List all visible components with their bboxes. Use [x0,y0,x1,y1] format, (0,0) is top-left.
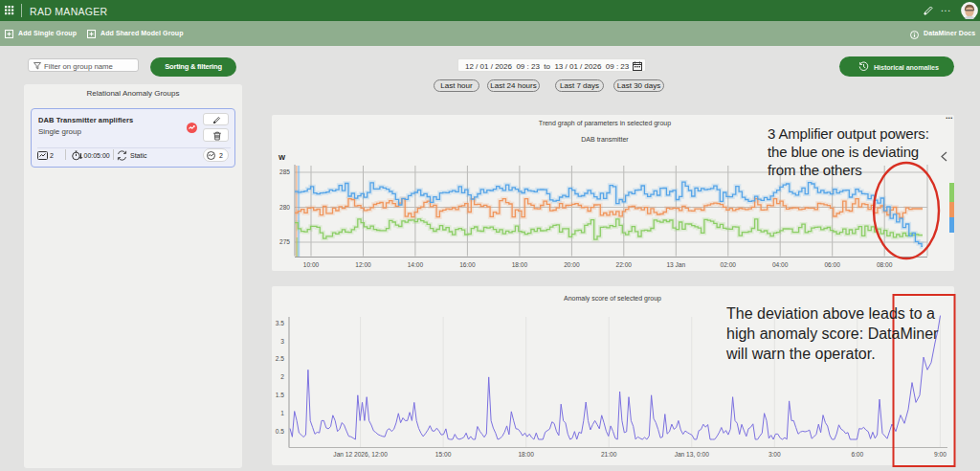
svg-text:04:00: 04:00 [772,261,789,268]
svg-text:1.5: 1.5 [276,392,284,398]
svg-text:2.5: 2.5 [276,355,284,362]
svg-text:1: 1 [280,410,284,416]
svg-text:...: ... [946,111,953,121]
svg-text:3.5: 3.5 [276,320,284,326]
svg-text:280: 280 [279,204,290,211]
svg-text:18:00: 18:00 [518,451,534,458]
svg-text:21:00: 21:00 [601,451,617,458]
svg-text:Trend graph of parameters in s: Trend graph of parameters in selected gr… [539,120,671,127]
svg-text:22:00: 22:00 [616,261,633,268]
svg-text:9:00: 9:00 [934,451,947,458]
svg-text:14:00: 14:00 [408,261,424,268]
svg-text:16:00: 16:00 [459,261,476,268]
svg-text:08:00: 08:00 [877,261,893,268]
svg-text:285: 285 [279,168,290,175]
svg-text:06:00: 06:00 [824,261,840,268]
svg-text:2: 2 [280,373,284,380]
svg-text:02:00: 02:00 [721,261,737,268]
svg-text:13 Jan: 13 Jan [666,261,685,268]
svg-text:3:00: 3:00 [768,451,781,458]
svg-text:275: 275 [279,238,290,245]
svg-text:Jan 13, 0:00: Jan 13, 0:00 [675,451,710,458]
svg-text:W: W [278,153,286,162]
svg-text:20:00: 20:00 [564,261,580,268]
svg-text:18:00: 18:00 [512,261,528,268]
svg-text:0.5: 0.5 [276,428,284,435]
svg-text:10:00: 10:00 [303,261,320,268]
svg-text:DAB transmitter: DAB transmitter [581,136,629,143]
svg-text:3: 3 [280,338,284,345]
svg-text:12:00: 12:00 [355,261,371,268]
svg-text:15:00: 15:00 [435,451,452,458]
svg-text:Anomaly score of selected grou: Anomaly score of selected group [564,295,661,303]
svg-text:Jan 12 2026, 12:00: Jan 12 2026, 12:00 [333,451,388,458]
svg-text:6:00: 6:00 [851,451,863,458]
